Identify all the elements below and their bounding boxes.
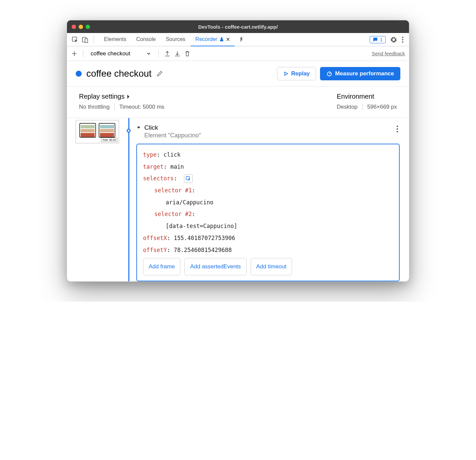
maximize-window-button[interactable] [86, 25, 90, 29]
timeout-value: Timeout: 5000 ms [119, 104, 164, 110]
replay-settings-heading[interactable]: Replay settings [79, 93, 164, 100]
chevron-right-icon [127, 94, 130, 99]
close-window-button[interactable] [72, 25, 76, 29]
step-details-panel: type: click target: main selectors: sele… [136, 144, 400, 281]
edit-title-icon[interactable] [156, 70, 163, 77]
more-tabs-icon[interactable] [235, 37, 247, 42]
throttling-value: No throttling [79, 104, 110, 110]
separator [158, 50, 159, 57]
import-icon[interactable] [174, 50, 181, 57]
key-selector-2: selector #2 [154, 211, 192, 217]
recording-status-dot [76, 71, 82, 77]
recording-select[interactable]: coffee checkout [89, 50, 153, 57]
tab-elements[interactable]: Elements [99, 33, 131, 46]
issues-count: 1 [380, 37, 383, 42]
separator [83, 50, 83, 57]
add-asserted-events-button[interactable]: Add assertedEvents [184, 258, 246, 275]
new-recording-icon[interactable] [71, 50, 78, 57]
step-kebab-menu[interactable] [395, 124, 400, 134]
val-offsety[interactable]: 78.25460815429688 [174, 247, 232, 253]
svg-point-5 [402, 41, 403, 43]
environment-heading: Environment [337, 93, 397, 100]
key-offsetx: offsetX [143, 235, 167, 241]
key-selectors: selectors [143, 175, 174, 182]
replay-settings-label: Replay settings [79, 93, 125, 100]
svg-point-9 [397, 131, 398, 132]
traffic-lights [72, 25, 90, 29]
send-feedback-link[interactable]: Send feedback [372, 51, 405, 56]
chevron-down-icon [146, 51, 151, 56]
replay-label: Replay [291, 70, 310, 77]
tab-label: Recorder [195, 36, 217, 42]
key-selector-1: selector #1 [154, 187, 192, 194]
val-selector-1[interactable]: aria/Cappucino [166, 199, 213, 206]
key-offsety: offsetY [143, 247, 167, 253]
svg-rect-2 [85, 39, 88, 43]
separator [114, 104, 115, 110]
devtools-window: DevTools - coffee-cart.netlify.app/ Elem… [67, 20, 409, 282]
val-target[interactable]: main [170, 163, 184, 170]
viewport-value: 596×669 px [367, 104, 397, 110]
steps-area: Total: $0.00 Click Element "Cappucino" [67, 118, 409, 281]
recorder-toolbar: coffee checkout Send feedback [67, 46, 409, 61]
svg-point-3 [402, 37, 403, 38]
window-title: DevTools - coffee-cart.netlify.app/ [67, 24, 409, 30]
timeline-step-dot [127, 129, 131, 133]
tab-label: Console [136, 36, 156, 42]
val-selector-2[interactable]: [data-test=Cappucino] [166, 223, 237, 229]
issues-badge[interactable]: 1 [370, 36, 386, 43]
delete-icon[interactable] [184, 50, 191, 57]
minimize-window-button[interactable] [79, 25, 83, 29]
tab-label: Elements [104, 36, 126, 42]
svg-point-4 [402, 39, 403, 40]
chevron-down-icon[interactable] [136, 125, 141, 130]
tab-label: Sources [166, 36, 185, 42]
tab-console[interactable]: Console [132, 33, 161, 46]
close-tab-icon[interactable] [226, 37, 230, 41]
thumb-price: Total: $0.00 [101, 138, 117, 142]
key-type: type [143, 151, 157, 158]
measure-label: Measure performance [335, 70, 394, 77]
timeline [124, 118, 134, 281]
replay-button[interactable]: Replay [277, 67, 316, 80]
kebab-menu-icon[interactable] [402, 36, 404, 43]
gear-icon[interactable] [390, 36, 397, 43]
export-icon[interactable] [164, 50, 171, 57]
pick-selector-icon[interactable] [184, 174, 193, 183]
add-frame-button[interactable]: Add frame [143, 258, 180, 275]
panel-tabbar: Elements Console Sources Recorder 1 [67, 33, 409, 46]
device-value: Desktop [337, 104, 357, 110]
step-subtitle: Element "Cappucino" [144, 132, 392, 139]
key-target: target [143, 163, 163, 170]
inspect-element-icon[interactable] [72, 36, 78, 43]
val-offsetx[interactable]: 155.40187072753906 [174, 235, 235, 241]
recording-select-label: coffee checkout [91, 50, 130, 57]
recording-title: coffee checkout [86, 68, 152, 79]
titlebar: DevTools - coffee-cart.netlify.app/ [67, 20, 409, 33]
svg-point-7 [397, 126, 398, 127]
flask-icon [219, 37, 224, 42]
step-thumbnail[interactable]: Total: $0.00 [76, 120, 119, 143]
measure-performance-button[interactable]: Measure performance [320, 67, 400, 80]
svg-point-8 [397, 128, 398, 130]
recording-header: coffee checkout Replay Measure performan… [67, 61, 409, 86]
add-timeout-button[interactable]: Add timeout [251, 258, 292, 275]
tab-sources[interactable]: Sources [161, 33, 190, 46]
separator [362, 104, 363, 110]
settings-bar: Replay settings No throttling Timeout: 5… [67, 86, 409, 118]
val-type[interactable]: click [163, 151, 180, 158]
separator [94, 36, 94, 43]
step-title: Click [144, 124, 392, 131]
tab-recorder[interactable]: Recorder [191, 33, 235, 46]
device-toolbar-icon[interactable] [82, 36, 88, 43]
